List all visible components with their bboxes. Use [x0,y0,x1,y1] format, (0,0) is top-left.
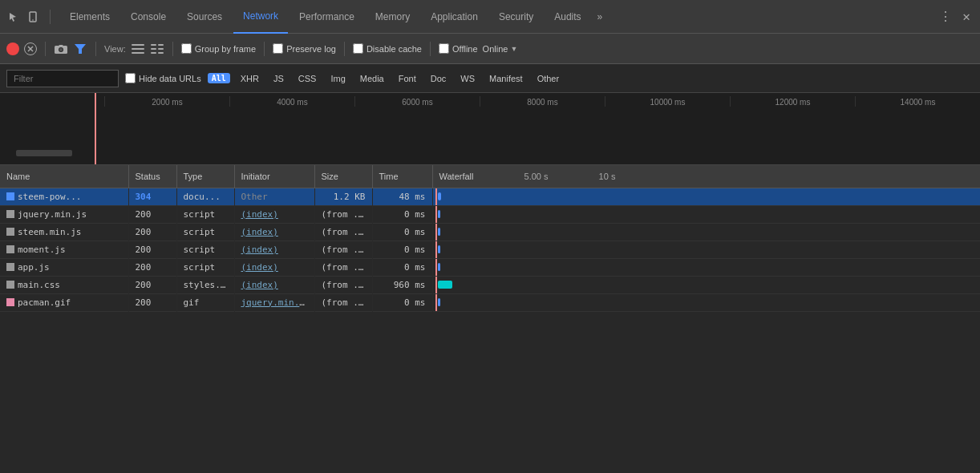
initiator-link[interactable]: (index) [241,280,278,290]
cell-status: 200 [128,223,176,241]
disable-cache-checkbox[interactable] [353,43,363,54]
col-header-size[interactable]: Size [314,165,372,188]
tab-elements[interactable]: Elements [60,0,119,34]
tick-4000: 4000 ms [229,96,354,107]
svg-rect-14 [151,48,156,50]
cell-time: 48 ms [372,188,432,205]
table-row[interactable]: steem.min.js200script(index)(from ...0 m… [0,223,980,241]
media-filter-btn[interactable]: Media [356,72,388,85]
waterfall-cursor [435,241,437,258]
table-row[interactable]: jquery.min.js200script(index)(from ...0 … [0,205,980,223]
offline-label: Offline [452,44,478,54]
cursor-icon[interactable] [6,10,21,24]
table-row[interactable]: main.css200styles...(index)(from ...960 … [0,276,980,293]
kebab-menu-icon[interactable]: ⋮ [938,10,953,24]
offline-toggle[interactable]: Offline [439,43,478,54]
disable-cache-toggle[interactable]: Disable cache [353,43,422,54]
manifest-filter-btn[interactable]: Manifest [485,72,527,85]
cell-time: 0 ms [372,223,432,241]
filter-input[interactable] [6,70,119,87]
table-row[interactable]: steem-pow...304docu...Other1.2 KB48 ms [0,188,980,205]
initiator-link[interactable]: (index) [241,227,278,237]
col-header-initiator[interactable]: Initiator [234,165,314,188]
group-by-frame-toggle[interactable]: Group by frame [181,43,256,54]
cell-size: (from ... [314,223,372,241]
online-dropdown[interactable]: Online ▼ [483,44,518,54]
separator-3 [172,42,173,56]
tab-console[interactable]: Console [121,0,176,34]
css-filter-btn[interactable]: CSS [294,72,321,85]
col-header-waterfall[interactable]: Waterfall 5.00 s 10 s [432,165,980,188]
tab-network[interactable]: Network [233,0,288,34]
camera-icon[interactable] [54,42,68,56]
hide-data-urls-toggle[interactable]: Hide data URLs [125,73,201,83]
initiator-link[interactable]: (index) [241,262,278,273]
tab-memory[interactable]: Memory [366,0,419,34]
all-filter-badge[interactable]: All [208,73,230,83]
cell-type: script [176,258,234,276]
group-view-icon[interactable] [150,42,164,56]
table-row[interactable]: moment.js200script(index)(from ...0 ms [0,241,980,258]
cell-waterfall [432,241,980,258]
initiator-link[interactable]: (index) [241,209,278,220]
tick-10000: 10000 ms [605,96,730,107]
offline-checkbox[interactable] [439,43,449,54]
waterfall-10s-label: 10 s [599,172,616,181]
ws-filter-btn[interactable]: WS [456,72,479,85]
cell-size: (from ... [314,293,372,311]
table-row[interactable]: app.js200script(index)(from ...0 ms [0,258,980,276]
svg-rect-10 [132,48,144,50]
tick-2000: 2000 ms [104,96,229,107]
svg-marker-5 [58,45,64,47]
xhr-filter-btn[interactable]: XHR [237,72,263,85]
cell-type: script [176,223,234,241]
filter-icon[interactable] [73,42,87,56]
col-header-name[interactable]: Name [0,165,128,188]
separator-2 [95,42,96,56]
font-filter-btn[interactable]: Font [395,72,420,85]
more-tabs-button[interactable]: » [593,11,608,22]
close-devtools-icon[interactable]: ✕ [959,10,974,24]
hide-data-urls-checkbox[interactable] [125,73,136,83]
waterfall-bar [438,192,441,200]
waterfall-bar [438,210,440,218]
table-row[interactable]: pacman.gif200gifjquery.min.js:2(from ...… [0,293,980,311]
record-button[interactable] [6,42,19,55]
waterfall-bar [438,263,440,271]
cell-type: styles... [176,276,234,293]
preserve-log-toggle[interactable]: Preserve log [273,43,336,54]
tick-12000: 12000 ms [730,96,855,107]
initiator-link[interactable]: (index) [241,245,278,255]
clear-log-button[interactable] [24,42,37,55]
initiator-link[interactable]: jquery.min.js:2 [241,297,315,308]
list-view-icon[interactable] [131,42,145,56]
tab-sources[interactable]: Sources [177,0,232,34]
network-table-container[interactable]: Name Status Type Initiator Size Time Wat… [0,165,980,473]
cell-time: 960 ms [372,276,432,293]
cell-size: (from ... [314,276,372,293]
cell-name: jquery.min.js [0,205,128,223]
img-filter-btn[interactable]: Img [326,72,349,85]
tab-performance[interactable]: Performance [290,0,364,34]
mobile-icon[interactable] [26,10,40,24]
tab-audits[interactable]: Audits [545,0,590,34]
preserve-log-checkbox[interactable] [273,43,283,54]
doc-filter-btn[interactable]: Doc [427,72,451,85]
cell-size: 1.2 KB [314,188,372,205]
svg-rect-11 [132,52,144,54]
cell-initiator: (index) [234,223,314,241]
waterfall-bar [438,298,440,306]
col-header-type[interactable]: Type [176,165,234,188]
js-filter-btn[interactable]: JS [269,72,288,85]
waterfall-cursor [435,206,437,223]
cell-type: docu... [176,188,234,205]
other-filter-btn[interactable]: Other [533,72,564,85]
waterfall-cursor [435,224,437,241]
cell-type: script [176,241,234,258]
tab-application[interactable]: Application [421,0,488,34]
timeline-scroll-indicator[interactable] [16,150,72,156]
col-header-time[interactable]: Time [372,165,432,188]
tab-security[interactable]: Security [489,0,543,34]
col-header-status[interactable]: Status [128,165,176,188]
group-by-frame-checkbox[interactable] [181,43,192,54]
